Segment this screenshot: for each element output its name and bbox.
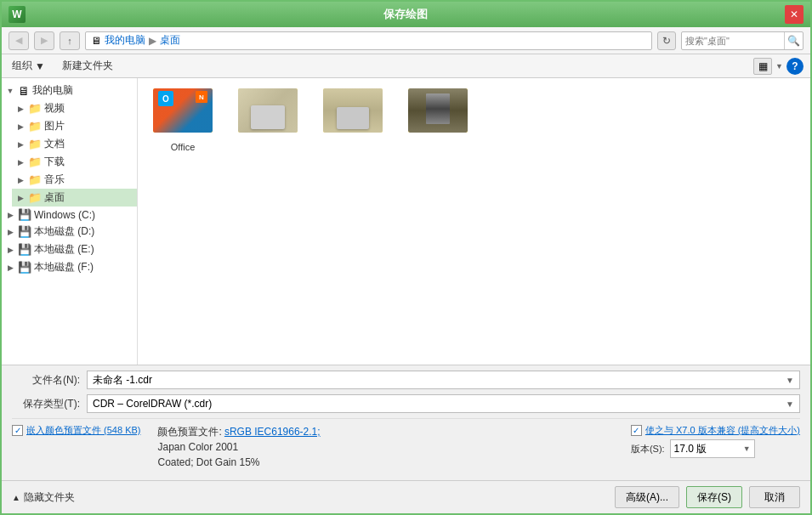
expand-locale[interactable]: ▶	[5, 245, 15, 255]
color-profile-sub2: Coated; Dot Gain 15%	[157, 456, 259, 468]
new-folder-label: 新建文件夹	[62, 59, 113, 73]
color-profile-group: 颜色预置文件: sRGB IEC61966-2.1; Japan Color 2…	[157, 424, 320, 470]
back-button[interactable]: ◀	[9, 31, 29, 50]
filetype-label: 保存类型(T):	[12, 397, 80, 411]
search-input[interactable]	[682, 36, 784, 46]
sidebar-item-desktop[interactable]: ▶ 📁 桌面	[12, 189, 137, 207]
expand-winc[interactable]: ▶	[5, 210, 15, 220]
downloads-folder-icon: 📁	[28, 156, 42, 168]
expand-video[interactable]: ▶	[15, 104, 26, 114]
main-area: ▼ 🖥 我的电脑 ▶ 📁 视频 ▶ 📁 图片 ▶ 📁 文档	[2, 78, 810, 365]
sidebar-item-locale[interactable]: ▶ 💾 本地磁盘 (E:)	[2, 241, 137, 258]
file-item-folder2[interactable]	[230, 85, 306, 156]
close-button[interactable]: ✕	[785, 5, 803, 24]
video-label: 视频	[44, 101, 65, 116]
organize-arrow: ▼	[35, 60, 45, 72]
sidebar-item-localf[interactable]: ▶ 💾 本地磁盘 (F:)	[2, 258, 137, 276]
help-button[interactable]: ?	[786, 58, 803, 75]
sidebar-item-video[interactable]: ▶ 📁 视频	[12, 99, 137, 117]
file-item-folder4[interactable]	[400, 85, 476, 156]
locald-label: 本地磁盘 (D:)	[34, 224, 94, 239]
folder4-icon	[408, 88, 468, 139]
sidebar-item-computer[interactable]: ▼ 🖥 我的电脑	[2, 82, 137, 99]
compat-label[interactable]: 使之与 X7.0 版本兼容 (提高文件大小)	[645, 424, 800, 437]
address-toolbar: ◀ ▶ ↑ 🖥 我的电脑 ▶ 桌面 ↻ 🔍	[2, 27, 810, 54]
filename-row: 文件名(N): 未命名 -1.cdr ▼	[12, 371, 800, 389]
locale-drive-icon: 💾	[18, 243, 31, 256]
forward-button[interactable]: ▶	[34, 31, 54, 50]
sidebar: ▼ 🖥 我的电脑 ▶ 📁 视频 ▶ 📁 图片 ▶ 📁 文档	[2, 78, 138, 365]
locald-drive-icon: 💾	[18, 225, 31, 238]
expand-images[interactable]: ▶	[15, 122, 26, 132]
images-folder-icon: 📁	[28, 120, 42, 133]
embed-checkbox[interactable]	[12, 425, 23, 436]
localf-label: 本地磁盘 (F:)	[34, 260, 94, 274]
sidebar-item-locald[interactable]: ▶ 💾 本地磁盘 (D:)	[2, 223, 137, 241]
expand-downloads[interactable]: ▶	[15, 157, 26, 167]
version-row: 版本(S): 17.0 版 ▼	[631, 439, 800, 458]
cancel-button[interactable]: 取消	[749, 486, 800, 508]
expand-desktop[interactable]: ▶	[15, 193, 26, 203]
filename-value: 未命名 -1.cdr	[93, 373, 152, 388]
compat-group: 使之与 X7.0 版本兼容 (提高文件大小) 版本(S): 17.0 版 ▼	[631, 424, 800, 458]
winc-drive-icon: 💾	[18, 208, 31, 221]
organize-button[interactable]: 组织 ▼	[9, 57, 48, 75]
computer-icon: 🖥	[18, 84, 30, 98]
breadcrumb-desktop[interactable]: 桌面	[160, 33, 180, 48]
new-folder-button[interactable]: 新建文件夹	[59, 57, 116, 75]
sidebar-item-docs[interactable]: ▶ 📁 文档	[12, 135, 137, 153]
docs-folder-icon: 📁	[28, 138, 42, 150]
expand-locald[interactable]: ▶	[5, 227, 15, 237]
sidebar-item-images[interactable]: ▶ 📁 图片	[12, 117, 137, 135]
folder2-icon	[238, 88, 298, 139]
expand-localf[interactable]: ▶	[5, 263, 15, 273]
music-folder-icon: 📁	[28, 173, 42, 186]
breadcrumb[interactable]: 🖥 我的电脑 ▶ 桌面	[85, 31, 652, 50]
computer-label: 我的电脑	[32, 83, 73, 98]
color-profile-value[interactable]: sRGB IEC61966-2.1;	[224, 426, 321, 438]
compat-checkbox[interactable]	[631, 425, 642, 436]
view-button[interactable]: ▦	[753, 58, 772, 75]
refresh-button[interactable]: ↻	[657, 31, 676, 50]
action-bar: 组织 ▼ 新建文件夹 ▦ ▼ ?	[2, 54, 810, 78]
expand-computer[interactable]: ▼	[5, 86, 15, 96]
file-area[interactable]: O N Office	[138, 78, 810, 365]
compat-option[interactable]: 使之与 X7.0 版本兼容 (提高文件大小)	[631, 424, 800, 437]
options-area: 嵌入颜色预置文件 (548 KB) 颜色预置文件: sRGB IEC61966-…	[12, 418, 800, 475]
title-bar: W 保存绘图 ✕	[2, 2, 810, 27]
color-profile-static: 颜色预置文件:	[157, 426, 221, 438]
expand-music[interactable]: ▶	[15, 175, 26, 185]
file-item-folder3[interactable]	[315, 85, 391, 156]
search-icon[interactable]: 🔍	[784, 32, 803, 49]
footer-buttons: 高级(A)... 保存(S) 取消	[615, 486, 800, 508]
hide-folder-toggle[interactable]: ▲ 隐藏文件夹	[12, 490, 75, 505]
downloads-label: 下载	[44, 155, 65, 169]
images-label: 图片	[44, 119, 65, 133]
bottom-area: 文件名(N): 未命名 -1.cdr ▼ 保存类型(T): CDR – Core…	[2, 365, 810, 480]
window-icon: W	[9, 6, 26, 23]
filetype-select[interactable]: CDR – CorelDRAW (*.cdr) ▼	[87, 394, 800, 413]
sidebar-item-downloads[interactable]: ▶ 📁 下载	[12, 153, 137, 171]
file-item-office[interactable]: O N Office	[145, 85, 221, 156]
up-button[interactable]: ↑	[60, 31, 80, 50]
advanced-button[interactable]: 高级(A)...	[615, 486, 679, 508]
breadcrumb-computer[interactable]: 我的电脑	[105, 33, 145, 48]
version-select[interactable]: 17.0 版 ▼	[670, 439, 755, 458]
desktop-folder-icon: 📁	[28, 191, 42, 204]
computer-icon-small: 🖥	[91, 35, 101, 47]
embed-group: 嵌入颜色预置文件 (548 KB)	[12, 424, 140, 437]
embed-option[interactable]: 嵌入颜色预置文件 (548 KB)	[12, 424, 140, 437]
sidebar-item-winc[interactable]: ▶ 💾 Windows (C:)	[2, 207, 137, 223]
view-arrow[interactable]: ▼	[775, 62, 783, 71]
view-controls: ▦ ▼ ?	[753, 58, 803, 75]
video-folder-icon: 📁	[28, 102, 42, 115]
office-folder-icon: O N	[153, 88, 213, 139]
sidebar-item-music[interactable]: ▶ 📁 音乐	[12, 171, 137, 189]
organize-label: 组织	[12, 59, 32, 73]
filename-label: 文件名(N):	[12, 373, 80, 388]
embed-label[interactable]: 嵌入颜色预置文件 (548 KB)	[26, 424, 140, 437]
filename-input[interactable]: 未命名 -1.cdr ▼	[87, 371, 800, 389]
save-button[interactable]: 保存(S)	[686, 486, 742, 508]
filename-arrow: ▼	[786, 376, 794, 385]
expand-docs[interactable]: ▶	[15, 139, 26, 150]
